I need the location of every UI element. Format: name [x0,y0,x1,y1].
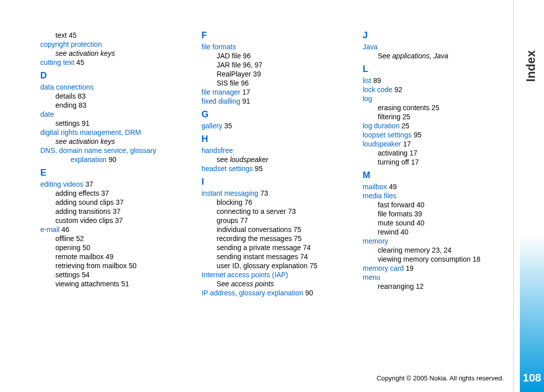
individual-conversations[interactable]: individual conversations 75 [217,225,358,233]
ending[interactable]: ending 83 [55,101,196,109]
filtering[interactable]: filtering 25 [378,113,519,121]
instant-messaging[interactable]: instant messaging 73 [201,189,358,197]
viewing-attachments[interactable]: viewing attachments 51 [55,280,196,288]
fixed-dialling[interactable]: fixed dialling 91 [201,97,358,105]
realplayer[interactable]: RealPlayer 39 [217,70,358,78]
lock-code[interactable]: lock code 92 [363,86,519,94]
file-manager[interactable]: file manager 17 [201,88,358,96]
fast-forward[interactable]: fast forward 40 [378,201,519,209]
date[interactable]: date [40,110,196,118]
see-applications-java: See applications, Java [378,52,519,60]
details[interactable]: details 83 [55,92,196,100]
letter-g: G [201,109,358,120]
offline[interactable]: offline 52 [55,234,196,243]
copyright-footer: Copyright © 2005 Nokia. All rights reser… [377,374,504,382]
letter-d: D [40,70,196,81]
separator-line [513,0,514,392]
email[interactable]: e-mail 46 [40,225,196,233]
rearranging[interactable]: rearranging 12 [378,282,519,290]
ip-address[interactable]: IP address, glossary explanation 90 [201,289,358,297]
media-files[interactable]: media files [363,192,519,200]
custom-video-clips[interactable]: custom video clips 37 [55,216,196,224]
letter-e: E [40,168,196,178]
mf-file-formats[interactable]: file formats 39 [378,210,519,218]
see-loudspeaker: see loudspeaker [217,155,358,164]
gallery[interactable]: gallery 35 [201,122,358,130]
sis-file[interactable]: SIS file 96 [217,79,358,87]
adding-effects[interactable]: adding effects 37 [55,189,196,197]
erasing-contents[interactable]: erasing contents 25 [378,104,519,112]
loopset-settings[interactable]: loopset settings 95 [363,131,519,139]
see-access-points: See access points [217,280,358,288]
dns-cont[interactable]: explanation 90 [71,155,196,164]
see-activation-keys: see activation keys [55,49,196,57]
handsfree[interactable]: handsfree [201,146,358,154]
remote-mailbox[interactable]: remote mailbox 49 [55,253,196,261]
sidebar-title: Index [524,50,538,82]
index-column-3: J Java See applications, Java L list 89 … [363,30,524,298]
letter-j: J [363,30,519,41]
connecting[interactable]: connecting to a server 73 [217,207,358,215]
sending-private[interactable]: sending a private message 74 [217,244,358,252]
viewing-consumption[interactable]: viewing memory consumption 18 [378,255,519,263]
activating[interactable]: activating 17 [378,149,519,157]
rewind[interactable]: rewind 40 [378,228,519,236]
data-connections[interactable]: data connections [40,83,196,91]
sidebar: Index 108 [520,0,544,392]
see-activation-keys-2: see activation keys [55,137,196,145]
mute-sound[interactable]: mute sound 40 [378,219,519,227]
email-settings[interactable]: settings 54 [55,271,196,279]
cutting-text[interactable]: cutting text 45 [40,58,196,66]
blocking[interactable]: blocking 76 [217,198,358,206]
retrieving[interactable]: retrieving from mailbox 50 [55,262,196,270]
java[interactable]: Java [363,43,519,51]
user-id[interactable]: user ID, glossary explanation 75 [217,262,358,270]
iap[interactable]: Internet access points (IAP) [201,271,358,279]
log[interactable]: log [363,95,519,103]
mailbox[interactable]: mailbox 49 [363,183,519,191]
letter-l: L [363,64,519,74]
log-duration[interactable]: log duration 25 [363,122,519,130]
loudspeaker[interactable]: loudspeaker 17 [363,140,519,148]
groups[interactable]: groups 77 [217,216,358,224]
memory-card[interactable]: memory card 19 [363,264,519,272]
menu[interactable]: menu [363,273,519,281]
sending-instant[interactable]: sending instant messages 74 [217,253,358,261]
recording[interactable]: recording the messages 75 [217,234,358,243]
file-formats[interactable]: file formats [201,43,358,51]
dns[interactable]: DNS, domain name service, glossary [40,146,196,154]
opening[interactable]: opening 50 [55,244,196,252]
letter-m: M [363,170,519,181]
clearing-memory[interactable]: clearing memory 23, 24 [378,246,519,254]
memory[interactable]: memory [363,237,519,245]
letter-i: I [201,177,358,187]
letter-h: H [201,134,358,144]
copyright-protection[interactable]: copyright protection [40,40,196,48]
adding-sound-clips[interactable]: adding sound clips 37 [55,198,196,206]
date-settings[interactable]: settings 91 [55,119,196,127]
headset-settings[interactable]: headset settings 95 [201,165,358,173]
adding-transitions[interactable]: adding transitions 37 [55,207,196,215]
index-column-1: text 45 copyright protection see activat… [40,30,201,298]
letter-f: F [201,30,358,41]
jar-file[interactable]: JAR file 96, 97 [217,61,358,69]
turning-off[interactable]: turning off 17 [378,158,519,166]
text-entry[interactable]: text 45 [55,31,196,39]
index-column-2: F file formats JAD file 96 JAR file 96, … [201,30,363,298]
page-number: 108 [522,371,542,384]
editing-videos[interactable]: editing videos 37 [40,180,196,188]
list[interactable]: list 89 [363,76,519,85]
drm[interactable]: digital rights management, DRM [40,128,196,136]
jad-file[interactable]: JAD file 96 [217,52,358,60]
